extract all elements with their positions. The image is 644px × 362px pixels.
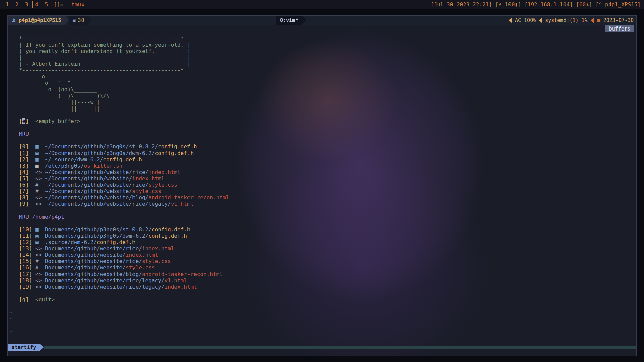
startify-entry[interactable]: [1] ▣ ~/Documents/github/p3ng0s/dwm-6.2/… — [9, 150, 635, 156]
startify-entry[interactable]: [18] <> Documents/github/website/rice/le… — [9, 277, 635, 284]
startify-entry[interactable]: [7] # ~/Documents/github/website/style.c… — [9, 188, 635, 194]
startify-entry[interactable]: [4] <> ~/Documents/github/website/rice/i… — [9, 169, 635, 175]
text-segment: | | — [9, 54, 190, 61]
text-segment: [6] — [9, 182, 35, 188]
text-segment: /etc/p3ng0s/ — [45, 163, 84, 169]
statusline-fill — [44, 346, 636, 349]
buffers-label: buffers — [605, 25, 634, 32]
text-segment: index.html — [132, 175, 164, 182]
text-segment: [12] — [9, 239, 35, 245]
startify-entry-quit[interactable]: [q] <quit> — [9, 296, 635, 303]
text-segment: ▣ — [35, 156, 45, 163]
tmux-session-segment: p4p1@p4p1XPS15 — [8, 16, 65, 25]
text-segment: Documents/github/website/ — [45, 252, 126, 258]
text-segment: # — [35, 182, 45, 188]
startify-entry[interactable]: [0] ▣ ~/Documents/github/p3ng0s/st-0.8.2… — [9, 143, 635, 150]
startify-entry[interactable]: [12] ▣ .source/dwm-6.2/config.def.h — [9, 239, 635, 245]
text-segment: v1.html — [164, 277, 187, 284]
text-segment: o — [9, 73, 45, 80]
text-segment: | you really don't understand it yoursel… — [9, 48, 190, 54]
buffer-line — [9, 124, 635, 131]
text-segment: [ — [9, 118, 22, 124]
text-segment: [9] — [9, 201, 35, 207]
text-segment: Documents/github/website/rice/ — [45, 245, 142, 252]
text-segment: <> — [35, 245, 45, 252]
terminal-window: p4p1@p4p1XPS15 ⊞ 30 0:vim* AC 100% syste… — [7, 15, 637, 356]
text-segment: style.css — [148, 182, 177, 188]
tabline-row: buffers — [8, 25, 636, 33]
text-segment: [4] — [9, 169, 35, 175]
tag-4[interactable]: 4 — [32, 1, 41, 8]
startify-entry[interactable]: [8] <> ~/Documents/github/website/blog/a… — [9, 194, 635, 201]
text-segment: config.def.h — [148, 233, 187, 239]
text-segment: [0] — [9, 143, 35, 150]
startify-entry[interactable]: [3] ■ /etc/p3ng0s/os_killer.sh — [9, 163, 635, 169]
text-segment: ▣ — [35, 143, 45, 150]
tag-1[interactable]: 1 — [3, 1, 11, 8]
text-segment: Documents/github/p3ng0s/dwm-6.2/ — [45, 233, 148, 239]
text-segment: Documents/github/website/rice/legacy/ — [45, 277, 164, 284]
startify-entry[interactable]: [2] ▣ ~/.source/dwm-6.2/config.def.h — [9, 156, 635, 163]
startify-entry[interactable]: [19] <> Documents/github/website/rice/le… — [9, 284, 635, 290]
startify-section-header: MRU /home/p4p1 — [9, 214, 635, 220]
startify-quote: *---------------------------------------… — [9, 35, 635, 42]
layout-symbol[interactable]: []= — [54, 1, 63, 8]
text-segment: ~ — [9, 328, 13, 335]
text-segment: ] — [25, 118, 29, 124]
tag-5[interactable]: 5 — [43, 1, 51, 8]
text-segment: MRU — [9, 131, 29, 137]
text-segment: [3] — [9, 163, 35, 169]
text-segment: [11] — [9, 233, 35, 239]
text-segment: | - Albert Einstein | — [9, 61, 190, 67]
startify-cow: o ^__^ — [9, 80, 635, 86]
startify-entry[interactable]: [15] # Documents/github/website/rice/sty… — [9, 258, 635, 264]
startify-entry[interactable]: [9] <> ~/Documents/github/website/rice/l… — [9, 201, 635, 207]
text-segment: config.def.h — [152, 226, 191, 233]
powerline-arrow-icon — [509, 18, 512, 23]
startify-entry[interactable]: [10] ▣ Documents/github/p3ng0s/st-0.8.2/… — [9, 226, 635, 233]
vim-buffer: *---------------------------------------… — [9, 35, 635, 344]
text-segment: Documents/github/website/rice/legacy/ — [45, 284, 164, 290]
text-segment: ~ — [9, 303, 13, 309]
text-segment: config.def.h — [97, 239, 136, 245]
text-segment: ▣ — [35, 239, 45, 245]
text-segment: index.html — [142, 245, 174, 252]
text-segment: Documents/github/website/ — [45, 264, 126, 271]
startify-entry-empty-buffer[interactable]: [e] <empty buffer> — [9, 118, 635, 124]
tag-3[interactable]: 3 — [22, 1, 31, 8]
text-segment: ~/Documents/github/website/blog/ — [45, 194, 148, 201]
startify-cow: o (oo)\_______ — [9, 86, 635, 93]
startify-section-header: MRU — [9, 131, 635, 137]
startify-entry[interactable]: [14] <> Documents/github/website/index.h… — [9, 252, 635, 258]
tag-2[interactable]: 2 — [13, 1, 21, 8]
startify-cow: ||----w | — [9, 99, 635, 105]
text-segment: ~ — [9, 335, 13, 341]
text-segment: ~ — [9, 315, 13, 322]
text-segment: ~ — [9, 309, 13, 315]
startify-entry[interactable]: [17] <> Documents/github/website/blog/an… — [9, 271, 635, 277]
tmux-window-tab[interactable]: 0:vim* — [276, 16, 302, 25]
text-segment: || || — [9, 105, 100, 112]
text-segment: config.def.h — [158, 143, 197, 150]
text-segment: <> — [35, 169, 45, 175]
startify-quote: | you really don't understand it yoursel… — [9, 48, 635, 54]
startify-entry[interactable]: [5] <> ~/Documents/github/website/index.… — [9, 175, 635, 182]
startify-entry[interactable]: [11] ▣ Documents/github/p3ng0s/dwm-6.2/c… — [9, 233, 635, 239]
text-segment: <> — [35, 252, 45, 258]
text-segment: ▣ — [35, 150, 45, 156]
startify-entry[interactable]: [13] <> Documents/github/website/rice/in… — [9, 245, 635, 252]
dwm-status-bar: 12345 []= tmux [Jul 30 2023 22:21] [⚡ 10… — [0, 0, 644, 9]
startify-cow: || || — [9, 105, 635, 112]
text-segment: [15] — [9, 258, 35, 264]
powerline-arrow-icon — [40, 344, 44, 351]
tmux-pane-count: 30 — [78, 17, 84, 23]
text-segment: <> — [35, 194, 45, 201]
text-segment: *---------------------------------------… — [9, 67, 184, 73]
statusline-mode: startify — [8, 344, 40, 351]
text-segment: MRU /home/p4p1 — [9, 214, 64, 220]
startify-entry[interactable]: [16] # Documents/github/website/style.cs… — [9, 264, 635, 271]
startify-entry[interactable]: [6] # ~/Documents/github/website/rice/st… — [9, 182, 635, 188]
empty-line-tilde: ~ — [9, 335, 635, 341]
text-segment: [17] — [9, 271, 35, 277]
text-segment: os_killer.sh — [84, 163, 123, 169]
